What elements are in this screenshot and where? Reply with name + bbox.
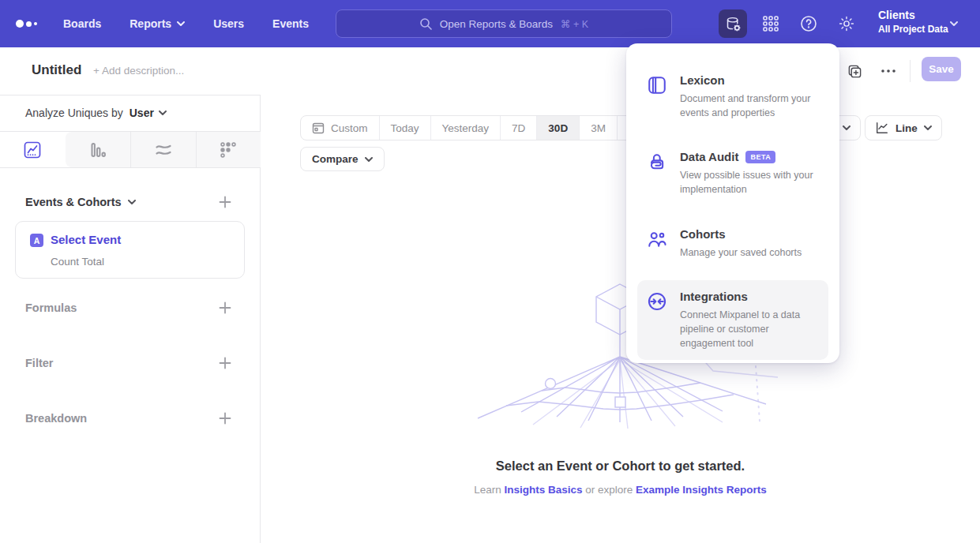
chevron-down-icon <box>365 157 373 162</box>
report-title[interactable]: Untitled <box>32 62 81 78</box>
chart-tab-flows[interactable] <box>130 132 196 167</box>
add-description-field[interactable]: + Add description... <box>93 65 184 77</box>
calendar-icon <box>312 122 325 134</box>
cohorts-people-icon <box>647 229 667 249</box>
event-aggregation[interactable]: Count Total <box>51 256 104 268</box>
org-name: Clients <box>878 8 948 23</box>
data-management-button[interactable] <box>719 9 747 38</box>
chart-tab-insights[interactable] <box>0 132 66 167</box>
top-navigation-bar: Boards Reports Users Events Open Reports… <box>0 0 980 47</box>
nav-boards[interactable]: Boards <box>63 17 101 30</box>
search-icon <box>419 17 432 30</box>
chevron-down-icon <box>128 200 136 204</box>
lexicon-book-icon <box>647 75 667 95</box>
compare-button[interactable]: Compare <box>300 147 385 171</box>
event-letter-badge: A <box>30 234 43 247</box>
help-button[interactable] <box>794 9 823 38</box>
save-button[interactable]: Save <box>922 57 961 81</box>
dots-grid-icon <box>219 140 238 159</box>
menu-item-cohorts[interactable]: Cohorts Manage your saved cohorts <box>637 218 828 269</box>
chart-type-selector[interactable]: Line <box>865 115 942 140</box>
ellipsis-icon <box>881 69 896 73</box>
chart-tab-group <box>66 132 261 167</box>
add-filter-button[interactable] <box>219 357 231 369</box>
query-builder-sidebar: Analyze Uniques by User <box>0 95 261 543</box>
events-cohorts-header[interactable]: Events & Cohorts <box>25 196 136 208</box>
add-formula-button[interactable] <box>219 301 231 314</box>
search-placeholder: Open Reports & Boards <box>440 18 553 30</box>
date-range-3m[interactable]: 3M <box>579 116 617 140</box>
search-input[interactable]: Open Reports & Boards ⌘ + K <box>336 9 672 38</box>
data-audit-icon <box>647 152 667 172</box>
chevron-down-icon <box>950 21 958 26</box>
example-insights-reports-link[interactable]: Example Insights Reports <box>636 484 767 496</box>
select-event-button[interactable]: Select Event <box>51 233 121 246</box>
nav-reports[interactable]: Reports <box>130 17 185 30</box>
duplicate-button[interactable] <box>845 62 864 81</box>
date-range-yesterday[interactable]: Yesterday <box>430 116 501 140</box>
more-options-button[interactable] <box>879 62 898 81</box>
grid-apps-icon <box>763 16 779 32</box>
date-range-control: Custom Today Yesterday 7D 30D 3M 6M <box>300 115 655 140</box>
event-card[interactable]: A Select Event Count Total <box>15 221 245 279</box>
date-range-custom[interactable]: Custom <box>301 116 379 140</box>
database-gear-icon <box>725 16 742 32</box>
nav-users[interactable]: Users <box>213 17 244 30</box>
menu-item-integrations[interactable]: Integrations Connect Mixpanel to a data … <box>637 280 828 360</box>
search-shortcut: ⌘ + K <box>561 18 588 30</box>
date-range-30d[interactable]: 30D <box>536 116 579 140</box>
settings-button[interactable] <box>832 9 861 38</box>
bar-chart-icon <box>88 140 107 159</box>
beta-badge: BETA <box>745 151 775 163</box>
nav-events[interactable]: Events <box>272 17 309 30</box>
date-range-7d[interactable]: 7D <box>500 116 536 140</box>
flows-icon <box>154 140 173 159</box>
project-name: All Project Data <box>878 23 948 36</box>
empty-state-subtitle: Learn Insights Basics or explore Example… <box>261 484 980 496</box>
chevron-down-icon <box>159 110 167 115</box>
chevron-down-icon <box>843 125 850 130</box>
filter-label: Filter <box>25 357 53 369</box>
integrations-sync-icon <box>647 291 667 312</box>
breakdown-label: Breakdown <box>25 412 87 425</box>
header-divider <box>910 60 911 82</box>
formulas-label: Formulas <box>25 301 77 314</box>
chart-tab-retention[interactable] <box>196 132 261 167</box>
mixpanel-logo[interactable] <box>16 18 39 29</box>
analyze-uniques-label: Analyze Uniques by <box>25 107 123 119</box>
chevron-down-icon <box>924 125 932 130</box>
empty-state-title: Select an Event or Cohort to get started… <box>261 459 980 474</box>
add-event-button[interactable] <box>219 196 231 208</box>
data-management-dropdown: Lexicon Document and transform your even… <box>626 43 839 363</box>
line-chart-icon <box>23 140 42 159</box>
insights-basics-link[interactable]: Insights Basics <box>504 484 582 496</box>
date-range-today[interactable]: Today <box>379 116 430 140</box>
apps-grid-button[interactable] <box>757 9 785 38</box>
project-selector[interactable]: Clients All Project Data <box>878 8 948 36</box>
menu-item-lexicon[interactable]: Lexicon Document and transform your even… <box>637 64 828 129</box>
line-chart-icon <box>875 121 889 135</box>
help-icon <box>800 15 817 32</box>
analyze-by-selector[interactable]: User <box>130 107 167 119</box>
add-breakdown-button[interactable] <box>219 412 231 425</box>
menu-item-data-audit[interactable]: Data AuditBETA View possible issues with… <box>637 140 828 206</box>
gear-icon <box>838 15 855 32</box>
chevron-down-icon <box>177 21 185 26</box>
duplicate-icon <box>847 64 862 79</box>
chart-category-tabs <box>0 131 261 168</box>
chart-tab-bar[interactable] <box>66 132 131 167</box>
